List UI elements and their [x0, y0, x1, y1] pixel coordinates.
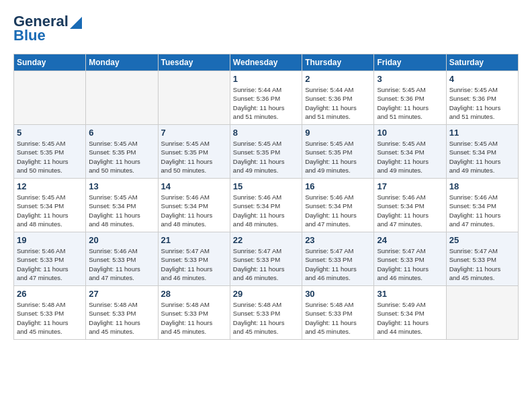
- calendar-cell: 4Sunrise: 5:45 AM Sunset: 5:36 PM Daylig…: [446, 71, 518, 125]
- calendar-cell: 9Sunrise: 5:45 AM Sunset: 5:35 PM Daylig…: [302, 125, 374, 179]
- day-info: Sunrise: 5:47 AM Sunset: 5:33 PM Dayligh…: [377, 246, 443, 282]
- day-info: Sunrise: 5:45 AM Sunset: 5:34 PM Dayligh…: [377, 139, 443, 175]
- calendar-week-3: 12Sunrise: 5:45 AM Sunset: 5:34 PM Dayli…: [14, 179, 519, 232]
- day-info: Sunrise: 5:45 AM Sunset: 5:34 PM Dayligh…: [17, 193, 83, 228]
- day-number: 8: [233, 128, 299, 138]
- day-number: 31: [377, 289, 443, 299]
- day-info: Sunrise: 5:47 AM Sunset: 5:33 PM Dayligh…: [161, 246, 227, 282]
- calendar-week-1: 1Sunrise: 5:44 AM Sunset: 5:36 PM Daylig…: [14, 71, 519, 125]
- svg-marker-0: [70, 17, 82, 29]
- day-number: 4: [449, 74, 515, 84]
- calendar-cell: 23Sunrise: 5:47 AM Sunset: 5:33 PM Dayli…: [302, 232, 374, 286]
- page-header: General Blue: [13, 13, 519, 43]
- calendar-cell: [446, 286, 518, 340]
- day-number: 21: [161, 235, 227, 245]
- day-number: 10: [377, 128, 443, 138]
- day-info: Sunrise: 5:46 AM Sunset: 5:34 PM Dayligh…: [161, 193, 227, 228]
- day-info: Sunrise: 5:46 AM Sunset: 5:33 PM Dayligh…: [17, 246, 83, 282]
- day-number: 5: [17, 128, 83, 138]
- calendar-cell: 20Sunrise: 5:46 AM Sunset: 5:33 PM Dayli…: [86, 232, 158, 286]
- calendar-cell: 30Sunrise: 5:48 AM Sunset: 5:33 PM Dayli…: [302, 286, 374, 340]
- day-info: Sunrise: 5:45 AM Sunset: 5:35 PM Dayligh…: [89, 139, 154, 175]
- calendar-cell: 3Sunrise: 5:45 AM Sunset: 5:36 PM Daylig…: [374, 71, 446, 125]
- day-number: 24: [377, 235, 443, 245]
- calendar-cell: 29Sunrise: 5:48 AM Sunset: 5:33 PM Dayli…: [230, 286, 302, 340]
- calendar-week-4: 19Sunrise: 5:46 AM Sunset: 5:33 PM Dayli…: [14, 232, 519, 286]
- day-info: Sunrise: 5:48 AM Sunset: 5:33 PM Dayligh…: [17, 300, 83, 336]
- day-info: Sunrise: 5:47 AM Sunset: 5:33 PM Dayligh…: [233, 246, 299, 282]
- day-info: Sunrise: 5:45 AM Sunset: 5:35 PM Dayligh…: [233, 139, 299, 175]
- day-number: 13: [89, 181, 154, 191]
- day-info: Sunrise: 5:45 AM Sunset: 5:35 PM Dayligh…: [305, 139, 371, 175]
- day-number: 26: [17, 289, 83, 299]
- day-info: Sunrise: 5:45 AM Sunset: 5:36 PM Dayligh…: [449, 85, 515, 121]
- calendar-cell: 11Sunrise: 5:45 AM Sunset: 5:34 PM Dayli…: [446, 125, 518, 179]
- day-info: Sunrise: 5:44 AM Sunset: 5:36 PM Dayligh…: [233, 85, 299, 121]
- day-info: Sunrise: 5:46 AM Sunset: 5:33 PM Dayligh…: [89, 246, 154, 282]
- calendar-cell: 2Sunrise: 5:44 AM Sunset: 5:36 PM Daylig…: [302, 71, 374, 125]
- calendar-cell: 15Sunrise: 5:46 AM Sunset: 5:34 PM Dayli…: [230, 179, 302, 232]
- calendar-cell: 17Sunrise: 5:46 AM Sunset: 5:34 PM Dayli…: [374, 179, 446, 232]
- calendar-week-5: 26Sunrise: 5:48 AM Sunset: 5:33 PM Dayli…: [14, 286, 519, 340]
- calendar-cell: 26Sunrise: 5:48 AM Sunset: 5:33 PM Dayli…: [14, 286, 86, 340]
- day-info: Sunrise: 5:46 AM Sunset: 5:34 PM Dayligh…: [305, 193, 371, 228]
- weekday-header-thursday: Thursday: [302, 54, 374, 71]
- day-number: 19: [17, 235, 83, 245]
- weekday-header-tuesday: Tuesday: [158, 54, 230, 71]
- day-number: 29: [233, 289, 299, 299]
- calendar-cell: [14, 71, 86, 125]
- day-number: 15: [233, 181, 299, 191]
- day-number: 30: [305, 289, 371, 299]
- calendar-cell: 19Sunrise: 5:46 AM Sunset: 5:33 PM Dayli…: [14, 232, 86, 286]
- day-info: Sunrise: 5:45 AM Sunset: 5:35 PM Dayligh…: [17, 139, 83, 175]
- calendar-cell: [158, 71, 230, 125]
- day-number: 1: [233, 74, 299, 84]
- calendar-cell: [86, 71, 158, 125]
- day-info: Sunrise: 5:45 AM Sunset: 5:36 PM Dayligh…: [377, 85, 443, 121]
- calendar-cell: 5Sunrise: 5:45 AM Sunset: 5:35 PM Daylig…: [14, 125, 86, 179]
- day-number: 16: [305, 181, 371, 191]
- calendar-cell: 12Sunrise: 5:45 AM Sunset: 5:34 PM Dayli…: [14, 179, 86, 232]
- calendar-cell: 8Sunrise: 5:45 AM Sunset: 5:35 PM Daylig…: [230, 125, 302, 179]
- logo-icon: [70, 14, 82, 29]
- calendar-cell: 22Sunrise: 5:47 AM Sunset: 5:33 PM Dayli…: [230, 232, 302, 286]
- weekday-header-sunday: Sunday: [14, 54, 86, 71]
- calendar-cell: 18Sunrise: 5:46 AM Sunset: 5:34 PM Dayli…: [446, 179, 518, 232]
- calendar-cell: 14Sunrise: 5:46 AM Sunset: 5:34 PM Dayli…: [158, 179, 230, 232]
- day-info: Sunrise: 5:48 AM Sunset: 5:33 PM Dayligh…: [233, 300, 299, 336]
- day-info: Sunrise: 5:47 AM Sunset: 5:33 PM Dayligh…: [449, 246, 515, 282]
- weekday-header-monday: Monday: [86, 54, 158, 71]
- logo-text: General Blue: [13, 13, 82, 43]
- logo: General Blue: [13, 13, 82, 43]
- calendar-cell: 25Sunrise: 5:47 AM Sunset: 5:33 PM Dayli…: [446, 232, 518, 286]
- day-info: Sunrise: 5:46 AM Sunset: 5:34 PM Dayligh…: [449, 193, 515, 228]
- weekday-header-friday: Friday: [374, 54, 446, 71]
- day-number: 2: [305, 74, 371, 84]
- calendar-cell: 21Sunrise: 5:47 AM Sunset: 5:33 PM Dayli…: [158, 232, 230, 286]
- day-number: 3: [377, 74, 443, 84]
- calendar-week-2: 5Sunrise: 5:45 AM Sunset: 5:35 PM Daylig…: [14, 125, 519, 179]
- day-info: Sunrise: 5:46 AM Sunset: 5:34 PM Dayligh…: [377, 193, 443, 228]
- day-number: 23: [305, 235, 371, 245]
- day-number: 20: [89, 235, 154, 245]
- day-info: Sunrise: 5:48 AM Sunset: 5:33 PM Dayligh…: [305, 300, 371, 336]
- day-number: 11: [449, 128, 515, 138]
- day-info: Sunrise: 5:49 AM Sunset: 5:34 PM Dayligh…: [377, 300, 443, 336]
- weekday-header-wednesday: Wednesday: [230, 54, 302, 71]
- day-info: Sunrise: 5:46 AM Sunset: 5:34 PM Dayligh…: [233, 193, 299, 228]
- day-number: 6: [89, 128, 154, 138]
- calendar-header: SundayMondayTuesdayWednesdayThursdayFrid…: [14, 54, 519, 71]
- day-info: Sunrise: 5:47 AM Sunset: 5:33 PM Dayligh…: [305, 246, 371, 282]
- day-number: 9: [305, 128, 371, 138]
- calendar-cell: 16Sunrise: 5:46 AM Sunset: 5:34 PM Dayli…: [302, 179, 374, 232]
- calendar-cell: 28Sunrise: 5:48 AM Sunset: 5:33 PM Dayli…: [158, 286, 230, 340]
- calendar-cell: 27Sunrise: 5:48 AM Sunset: 5:33 PM Dayli…: [86, 286, 158, 340]
- day-number: 12: [17, 181, 83, 191]
- day-number: 7: [161, 128, 227, 138]
- day-number: 25: [449, 235, 515, 245]
- calendar-cell: 10Sunrise: 5:45 AM Sunset: 5:34 PM Dayli…: [374, 125, 446, 179]
- day-number: 28: [161, 289, 227, 299]
- calendar-cell: 6Sunrise: 5:45 AM Sunset: 5:35 PM Daylig…: [86, 125, 158, 179]
- day-info: Sunrise: 5:44 AM Sunset: 5:36 PM Dayligh…: [305, 85, 371, 121]
- day-number: 17: [377, 181, 443, 191]
